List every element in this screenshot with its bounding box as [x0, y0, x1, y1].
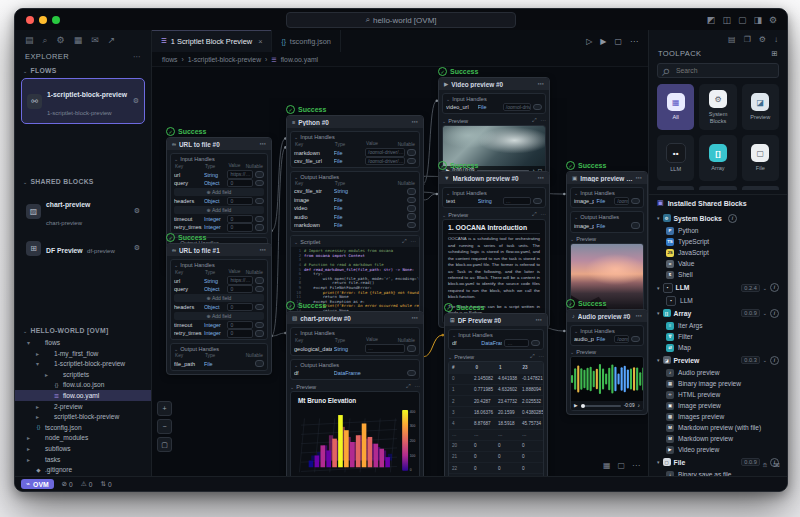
activity-icon[interactable]: ▦ — [74, 35, 83, 46]
block-item[interactable]: ⇄ Map — [649, 342, 787, 353]
add-block-icon[interactable]: ⊞ — [771, 49, 778, 58]
node-header[interactable]: ≡ Python #0 ⋯ — [287, 116, 423, 128]
toolpack-corner-icon[interactable]: ✉ — [773, 461, 780, 471]
input-handle-row[interactable]: csv_file_urlFile /oomol-driver/… — [294, 157, 416, 165]
toolpack-header-icon[interactable]: ⚙ — [759, 35, 766, 44]
value-input[interactable]: 0 — [227, 285, 253, 294]
info-icon[interactable]: i — [770, 283, 779, 292]
block-item[interactable]: M Markdown preview (with file) — [649, 422, 787, 433]
block-item[interactable]: = Value — [649, 258, 787, 269]
column-header[interactable]: 1 — [496, 365, 520, 370]
gear-icon[interactable]: ⚙ — [133, 97, 139, 105]
volume-icon[interactable]: ♪ — [638, 403, 640, 408]
nullable-toggle[interactable] — [255, 286, 264, 293]
nullable-toggle[interactable] — [407, 222, 416, 229]
more-icon[interactable]: ⋯ — [636, 174, 642, 182]
tab-scriptlet-block-preview[interactable]: ☰ 1 Scriptlet Block Preview × — [152, 30, 272, 52]
block-item[interactable]: ▶ Video preview — [649, 444, 787, 455]
chart-preview[interactable]: Mt Bruno Elevation — [290, 391, 420, 476]
category-tile[interactable]: ⚙ System Blocks — [699, 84, 736, 130]
file-tree-item[interactable]: ▸ 1-my_first_flow — [15, 348, 151, 359]
input-handle-row[interactable]: ⊕ Add field — [174, 312, 264, 320]
file-tree-item[interactable]: ◆ .gitignore — [15, 464, 151, 475]
layout-toggle-icon[interactable]: ▢ — [738, 15, 747, 25]
table-row[interactable]: …… …… — [449, 430, 543, 441]
version-select[interactable]: 0.0.9 — [741, 458, 759, 466]
value-input[interactable]: 0 — [227, 179, 253, 188]
block-item[interactable]: M Markdown preview — [649, 433, 787, 444]
command-center-search[interactable]: ⌕ hello-world [OVM] — [286, 12, 516, 28]
project-section-header[interactable]: ⌄ HELLO-WORLD [OVM] — [15, 324, 151, 336]
more-icon[interactable]: ⋯ — [636, 312, 642, 320]
shared-block-item[interactable]: ▨ chart-preview chart-preview ⚙ — [21, 189, 145, 233]
input-handle-row[interactable]: headers Object 0 — [174, 303, 264, 311]
file-tree-item[interactable]: {} flow.ui.oo.json — [15, 380, 151, 391]
nullable-toggle[interactable] — [531, 340, 540, 347]
input-handle-row[interactable]: dfDataFrame … — [452, 339, 540, 347]
output-handle-row[interactable]: videoFile — [294, 204, 416, 212]
more-icon[interactable]: ⋯ — [410, 238, 416, 245]
editor-action-icon[interactable]: ▶ — [600, 37, 606, 46]
toolpack-header-icon[interactable]: ❐ — [744, 35, 751, 44]
input-handle-row[interactable]: headers Object 0 — [174, 197, 264, 205]
nullable-toggle[interactable] — [407, 370, 416, 377]
category-tile[interactable]: [] Array — [699, 135, 736, 181]
minimize-window-button[interactable] — [39, 16, 47, 24]
toolpack-corner-icon[interactable]: ⌗ — [763, 461, 768, 471]
gear-icon[interactable]: ⚙ — [134, 244, 140, 252]
nullable-toggle[interactable] — [407, 149, 416, 156]
table-row[interactable]: 200 00 — [449, 441, 543, 452]
column-header[interactable]: # — [449, 365, 473, 370]
environment-badge[interactable]: ⌁ OVM — [21, 479, 54, 489]
block-item[interactable]: ♪ Audio preview — [649, 367, 787, 378]
nullable-toggle[interactable] — [407, 213, 416, 220]
tab-tsconfig[interactable]: {} tsconfig.json — [272, 30, 340, 52]
more-icon[interactable]: ⋯ — [260, 140, 266, 148]
column-header[interactable]: 0 — [473, 365, 497, 370]
more-icon[interactable]: ⋯ — [536, 316, 542, 324]
shared-blocks-section-header[interactable]: ⌄ SHARED BLOCKS — [15, 175, 151, 187]
canvas-corner-icon[interactable]: ▦ — [603, 461, 611, 470]
canvas-control-button[interactable]: ▢ — [157, 437, 172, 452]
value-input[interactable]: 0 — [227, 321, 253, 330]
file-tree-item[interactable]: ▸ tasks — [15, 454, 151, 465]
activity-icon[interactable]: ↗ — [108, 35, 116, 46]
input-handle-row[interactable]: retry_times Integer 0 — [174, 329, 264, 337]
file-tree-item[interactable]: ▸ scriptlets — [15, 369, 151, 380]
activity-icon[interactable]: ▤ — [25, 35, 34, 46]
value-input[interactable]: ⊕ Add field — [205, 207, 234, 214]
more-icon[interactable]: ⋯ — [540, 117, 546, 124]
flow-node-audio-preview[interactable]: ✓Success ♪ Audio preview #0 ⋯ ⌄Input Han… — [566, 299, 648, 415]
table-row[interactable]: 210 00 — [449, 452, 543, 463]
nullable-toggle[interactable] — [407, 197, 416, 204]
table-row[interactable]: 230.00013576 1.409844-0.1609741 — [449, 474, 543, 476]
input-handle-row[interactable]: timeout Integer 0 — [174, 215, 264, 223]
block-item[interactable]: ∇ Filter — [649, 331, 787, 342]
close-window-button[interactable] — [26, 16, 34, 24]
nullable-toggle[interactable] — [407, 205, 416, 212]
nullable-toggle[interactable] — [255, 322, 264, 329]
nullable-toggle[interactable] — [407, 158, 416, 165]
file-tree-item[interactable]: ☰ flow.oo.yaml — [15, 390, 151, 401]
value-input[interactable]: … — [504, 339, 529, 348]
canvas-corner-icon[interactable]: ⋯ — [632, 461, 640, 470]
more-icon[interactable]: ⋯ — [538, 353, 544, 360]
input-handle-row[interactable]: ⊕ Add field — [174, 206, 264, 214]
status-counter[interactable]: ⚠ 0 — [81, 480, 93, 488]
input-handle-row[interactable]: timeout Integer 0 — [174, 321, 264, 329]
block-item[interactable]: ▦ Binary image preview — [649, 378, 787, 389]
node-header[interactable]: ⊞ DF Preview #0 ⋯ — [445, 314, 547, 326]
nullable-toggle[interactable] — [407, 188, 416, 195]
activity-icon[interactable]: ✉ — [91, 35, 99, 46]
node-header[interactable]: ♪ Audio preview #0 ⋯ — [567, 310, 647, 322]
nullable-toggle[interactable] — [631, 336, 640, 343]
toolpack-search[interactable]: ⌕ — [657, 63, 779, 78]
layout-toggle-icon[interactable]: ⚙ — [769, 15, 777, 25]
seek-bar[interactable] — [581, 405, 621, 407]
editor-action-icon[interactable]: ▢ — [614, 37, 622, 46]
column-header[interactable]: 23 — [520, 365, 544, 370]
value-input[interactable]: /oomol-driver/… — [614, 335, 629, 344]
block-item[interactable]: ‹› HTML preview — [649, 389, 787, 400]
nullable-toggle[interactable] — [533, 198, 542, 205]
file-tree-item[interactable]: ▸ scriptlet-block-preview — [15, 411, 151, 422]
